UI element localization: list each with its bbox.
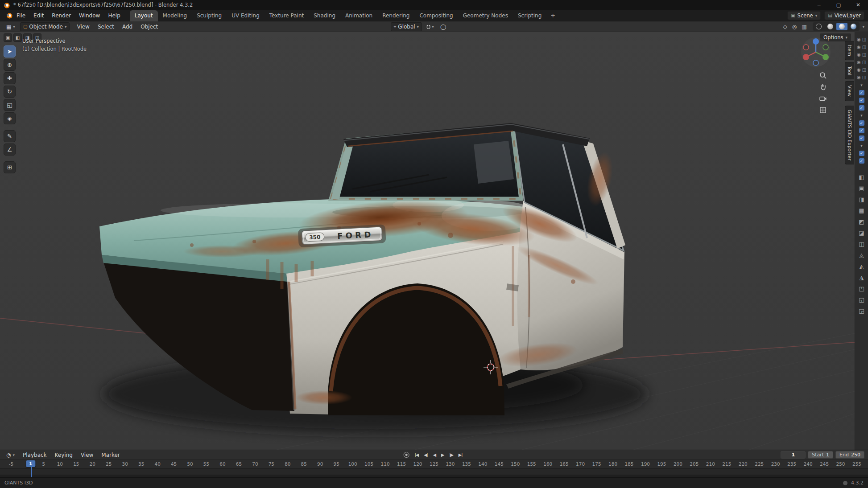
checkbox-checked[interactable]: ✓	[859, 90, 864, 95]
frame-end-field[interactable]: End 250	[835, 451, 864, 459]
minimize-button[interactable]: ─	[809, 0, 829, 10]
menu-item[interactable]: Render	[48, 11, 75, 20]
auto-keying-toggle[interactable]	[404, 452, 409, 458]
playback-button-jump-to-start[interactable]: |◀	[413, 451, 421, 458]
workspace-tab[interactable]: UV Editing	[227, 10, 265, 21]
output-tab-icon[interactable]: ◨	[857, 195, 867, 204]
checkbox-checked[interactable]: ✓	[859, 98, 864, 103]
screen-icon[interactable]: ◫	[862, 60, 866, 65]
screen-icon[interactable]: ◫	[862, 75, 866, 80]
workspace-tab[interactable]: Animation	[340, 10, 377, 21]
editor-type-button[interactable]: ▦ ▾	[4, 23, 18, 31]
camera-view-icon[interactable]	[819, 94, 827, 103]
shading-mode-material-preview[interactable]	[836, 23, 847, 30]
playback-button-play[interactable]: ▶	[439, 451, 446, 458]
physics-tab-icon[interactable]: ◮	[857, 273, 867, 282]
eye-icon[interactable]: ◉	[857, 68, 861, 72]
frame-start-field[interactable]: Start 1	[808, 451, 833, 459]
current-frame-badge[interactable]: 1	[26, 460, 35, 467]
screen-icon[interactable]: ◫	[862, 68, 866, 72]
timeline-menu-item[interactable]: View	[77, 451, 97, 459]
axis-x-neg-handle[interactable]	[803, 45, 809, 50]
eye-icon[interactable]: ◉	[857, 37, 861, 42]
eye-icon[interactable]: ◉	[857, 75, 861, 80]
eye-icon[interactable]: ◉	[857, 60, 861, 65]
header-toggle-show-gizmos[interactable]: ◇	[781, 23, 789, 31]
workspace-tab[interactable]: Scripting	[513, 10, 546, 21]
axis-y-handle[interactable]	[823, 54, 829, 60]
workspace-tab[interactable]: Shading	[309, 10, 340, 21]
menu-item[interactable]: Edit	[29, 11, 48, 20]
shading-mode-solid[interactable]	[825, 23, 836, 30]
viewport-3d[interactable]: 350 F O R D ▣◧◨◫ Options ▾	[0, 32, 855, 450]
playhead[interactable]	[31, 467, 32, 477]
timeline-menu-item[interactable]: Marker	[97, 451, 124, 459]
workspace-tab[interactable]: Sculpting	[192, 10, 227, 21]
eye-icon[interactable]: ◉	[857, 45, 861, 49]
view-layer-selector[interactable]: ▤ ViewLayer	[824, 11, 864, 20]
tool-scale[interactable]: ◱	[4, 99, 16, 111]
checkbox-checked[interactable]: ✓	[859, 105, 864, 111]
playback-button-jump-to-end[interactable]: ▶|	[456, 451, 465, 458]
chevron-down-icon[interactable]: ▾	[860, 82, 863, 88]
screen-icon[interactable]: ◫	[862, 53, 866, 57]
checkbox-checked[interactable]: ✓	[859, 158, 864, 164]
zoom-icon[interactable]	[819, 71, 827, 79]
timeline-menu-item[interactable]: Playback	[19, 451, 51, 459]
render-tab-icon[interactable]: ▣	[857, 184, 867, 193]
select-mode-select-extend[interactable]: ◧	[13, 33, 22, 42]
add-workspace-button[interactable]: +	[546, 12, 559, 19]
proportional-editing-toggle[interactable]: ◯	[438, 23, 448, 31]
playback-button-play-reverse[interactable]: ◀	[431, 451, 438, 458]
axis-z-handle[interactable]	[813, 38, 819, 45]
select-mode-select-set[interactable]: ▣	[4, 33, 12, 42]
viewport-canvas[interactable]: 350 F O R D	[0, 32, 855, 450]
sidebar-tab-giants-i3d-exporter[interactable]: GIANTS I3D Exporter	[845, 106, 854, 164]
workspace-tab[interactable]: Compositing	[414, 10, 458, 21]
sidebar-tab[interactable]: View	[845, 81, 854, 101]
shading-mode-rendered[interactable]	[848, 23, 859, 30]
maximize-button[interactable]: ▢	[829, 0, 848, 10]
playback-button-prev-keyframe[interactable]: ◀|	[422, 451, 430, 458]
workspace-tab[interactable]: Geometry Nodes	[458, 10, 513, 21]
tool-move[interactable]: ✚	[4, 72, 16, 84]
material-tab-icon[interactable]: ◲	[857, 306, 867, 316]
sidebar-tab[interactable]: Tool	[845, 62, 854, 79]
close-button[interactable]: ✕	[848, 0, 868, 10]
viewport-menu-item[interactable]: Select	[94, 22, 118, 31]
tool-annotate[interactable]: ✎	[4, 130, 16, 142]
current-frame-field[interactable]: 1	[781, 451, 806, 459]
constraints-tab-icon[interactable]: ◰	[857, 284, 867, 293]
blender-menu-icon[interactable]	[6, 12, 12, 19]
eye-icon[interactable]: ◉	[857, 53, 861, 57]
tool-transform[interactable]: ◈	[4, 112, 16, 124]
pan-hand-icon[interactable]	[819, 83, 827, 91]
tool-rotate[interactable]: ↻	[4, 86, 16, 98]
particles-tab-icon[interactable]: ◭	[857, 262, 867, 271]
frame-ruler[interactable]: -551015202530354045505560657075808590951…	[11, 460, 857, 468]
snap-toggle[interactable]: Ω ▾	[425, 23, 436, 31]
workspace-tab[interactable]: Texture Paint	[265, 10, 309, 21]
screen-icon[interactable]: ◫	[862, 45, 866, 49]
axis-z-neg-handle[interactable]	[813, 60, 818, 66]
checkbox-checked[interactable]: ✓	[859, 135, 864, 141]
screen-icon[interactable]: ◫	[862, 37, 866, 42]
viewport-menu-item[interactable]: Add	[118, 22, 136, 31]
transform-orientation-selector[interactable]: ⌖ Global ▾	[391, 22, 422, 31]
timeline-menu-item[interactable]: Keying	[51, 451, 77, 459]
workspace-tab[interactable]: Modeling	[158, 10, 192, 21]
tool-tweak-select[interactable]: ➤	[4, 45, 16, 57]
navigation-gizmo[interactable]	[800, 37, 831, 68]
scene-tab-icon[interactable]: ◩	[857, 217, 867, 226]
tool-add-cube[interactable]: ⊞	[4, 161, 16, 173]
axis-y-neg-handle[interactable]	[823, 45, 828, 50]
toggle[interactable]: ◇◎▥	[779, 22, 810, 32]
workspace-tab[interactable]: Rendering	[377, 10, 414, 21]
modifiers-tab-icon[interactable]: ◬	[857, 250, 867, 260]
axis-x-handle[interactable]	[803, 54, 809, 60]
scene-selector[interactable]: ▣ Scene ▾	[787, 11, 821, 20]
menu-item[interactable]: Window	[75, 11, 104, 20]
menu-item[interactable]: Help	[104, 11, 124, 20]
view-layer-tab-icon[interactable]: ▦	[857, 206, 867, 215]
object-data-tab-icon[interactable]: ◱	[857, 295, 867, 304]
